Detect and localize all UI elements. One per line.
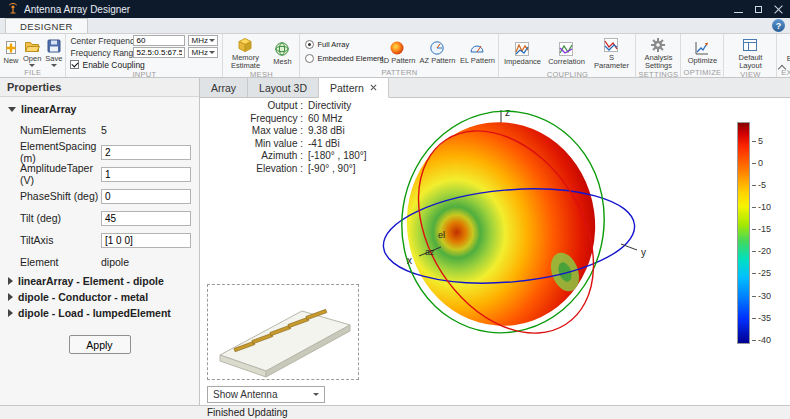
open-folder-icon <box>24 38 40 54</box>
optimize-label: Optimize <box>688 57 718 65</box>
az-pattern-button[interactable]: AZ Pattern <box>418 38 456 65</box>
impedance-button[interactable]: Impedance <box>501 39 543 66</box>
colorbar <box>737 122 750 344</box>
info-label: Output : <box>237 100 303 113</box>
prop-row-amplitudetaper: AmplitudeTaper (V) <box>0 163 199 185</box>
minimize-icon[interactable] <box>734 5 743 14</box>
tree-item-conductor-metal[interactable]: dipole - Conductor - metal <box>0 289 199 305</box>
coupling-section-label: COUPLING <box>501 70 633 78</box>
pattern-3d-button[interactable]: 3D Pattern <box>378 38 416 65</box>
element-spacing-input[interactable] <box>101 145 191 160</box>
impedance-label: Impedance <box>504 58 541 66</box>
collapsed-arrow-icon[interactable] <box>8 309 13 317</box>
app-icon <box>7 3 19 15</box>
y-axis-label: y <box>641 247 646 258</box>
tab-designer[interactable]: DESIGNER <box>5 18 88 33</box>
center-frequency-input[interactable] <box>133 35 185 46</box>
section-view: Default Layout VIEW <box>724 34 777 77</box>
prop-row-element: Element dipole <box>0 251 199 273</box>
mesh-icon <box>274 41 290 57</box>
export-label: Export <box>787 55 790 63</box>
tab-pattern[interactable]: Pattern <box>319 78 389 98</box>
apply-button[interactable]: Apply <box>69 335 131 354</box>
tree-root-lineararray[interactable]: linearArray <box>0 97 199 119</box>
enable-coupling-checkbox[interactable] <box>70 60 79 69</box>
tree-root-label: linearArray <box>21 103 76 115</box>
tab-close-icon[interactable] <box>370 84 377 91</box>
export-button[interactable]: Export <box>779 36 790 67</box>
full-array-radio[interactable] <box>305 40 314 49</box>
x-axis-label: x <box>407 255 412 266</box>
help-button[interactable]: ? <box>772 19 785 32</box>
colorbar-tick: -15 <box>758 224 771 234</box>
tab-array[interactable]: Array <box>200 78 248 97</box>
maximize-icon[interactable] <box>754 5 763 14</box>
tree-item-element-dipole[interactable]: linearArray - Element - dipole <box>0 273 199 289</box>
expanded-arrow-icon[interactable] <box>8 107 16 112</box>
correlation-button[interactable]: Correlation <box>545 39 587 66</box>
pattern-3d-plot[interactable]: z x y el az <box>341 104 721 400</box>
prop-label: Tilt (deg) <box>20 212 101 224</box>
memory-estimate-button[interactable]: Memory Estimate <box>225 35 265 70</box>
az-pattern-label: AZ Pattern <box>420 57 456 65</box>
window-title: Antenna Array Designer <box>24 4 130 15</box>
tree-item-label: linearArray - Element - dipole <box>18 275 164 287</box>
el-pattern-icon <box>469 40 485 56</box>
new-label: New <box>3 57 18 65</box>
el-pattern-button[interactable]: EL Pattern <box>458 38 496 65</box>
ribbon-tab-row: DESIGNER ? <box>0 18 790 34</box>
optimize-button[interactable]: Optimize <box>683 38 721 65</box>
input-section-label: INPUT <box>68 70 220 78</box>
az-label: az <box>425 247 435 257</box>
close-icon[interactable] <box>774 5 783 14</box>
status-bar: Finished Updating <box>0 405 790 419</box>
colorbar-tick: -5 <box>758 180 766 190</box>
tab-layout-3d[interactable]: Layout 3D <box>248 78 319 97</box>
center-frequency-unit-combo[interactable]: MHz <box>188 35 218 46</box>
embedded-element-radio[interactable] <box>305 54 314 63</box>
unit-caret-icon <box>209 39 215 42</box>
embedded-element-radio-row[interactable]: Embedded Element <box>305 53 373 64</box>
open-caret-icon <box>29 64 35 67</box>
info-value: 9.38 dBi <box>308 125 345 138</box>
antenna-layout-thumbnail <box>208 285 358 379</box>
unit-caret-icon <box>209 51 215 54</box>
prop-value: 5 <box>101 124 107 136</box>
optimize-icon <box>694 40 710 56</box>
save-caret-icon <box>51 64 57 67</box>
window-controls <box>734 5 783 14</box>
frequency-range-input[interactable] <box>133 47 185 58</box>
open-button[interactable]: Open <box>22 36 42 67</box>
tilt-input[interactable] <box>101 211 191 226</box>
prop-row-numelements: NumElements 5 <box>0 119 199 141</box>
prop-label: TiltAxis <box>20 234 101 246</box>
prop-label: AmplitudeTaper (V) <box>20 162 101 186</box>
amplitude-taper-input[interactable] <box>101 167 191 182</box>
tilt-axis-input[interactable] <box>101 233 191 248</box>
antenna-inset-panel <box>207 284 359 380</box>
colorbar-tick: -10 <box>758 202 771 212</box>
s-parameter-icon <box>603 37 619 53</box>
center-frequency-unit: MHz <box>191 36 207 45</box>
save-button[interactable]: Save <box>44 36 63 67</box>
s-parameter-button[interactable]: S Parameter <box>589 35 633 70</box>
new-button[interactable]: New <box>2 38 20 65</box>
default-layout-icon <box>742 37 758 53</box>
settings-section-label: SETTINGS <box>638 70 678 78</box>
tree-item-load-lumpedelement[interactable]: dipole - Load - lumpedElement <box>0 305 199 321</box>
colorbar-tick: -35 <box>758 313 771 323</box>
default-layout-button[interactable]: Default Layout <box>726 35 774 70</box>
analysis-settings-button[interactable]: Analysis Settings <box>638 35 678 70</box>
mesh-button[interactable]: Mesh <box>267 39 297 66</box>
phase-shift-input[interactable] <box>101 189 191 204</box>
section-pattern: Full Array Embedded Element 3D Pattern <box>300 34 499 77</box>
prop-label: Element <box>20 256 101 268</box>
prop-row-elementspacing: ElementSpacing (m) <box>0 141 199 163</box>
collapsed-arrow-icon[interactable] <box>8 293 13 301</box>
frequency-range-unit-combo[interactable]: MHz <box>188 47 218 58</box>
document-tab-bar: Array Layout 3D Pattern <box>200 78 790 98</box>
collapsed-arrow-icon[interactable] <box>8 277 13 285</box>
full-array-radio-row[interactable]: Full Array <box>305 39 373 50</box>
info-label: Min value : <box>237 138 303 151</box>
show-antenna-dropdown[interactable]: Show Antenna <box>207 386 325 403</box>
